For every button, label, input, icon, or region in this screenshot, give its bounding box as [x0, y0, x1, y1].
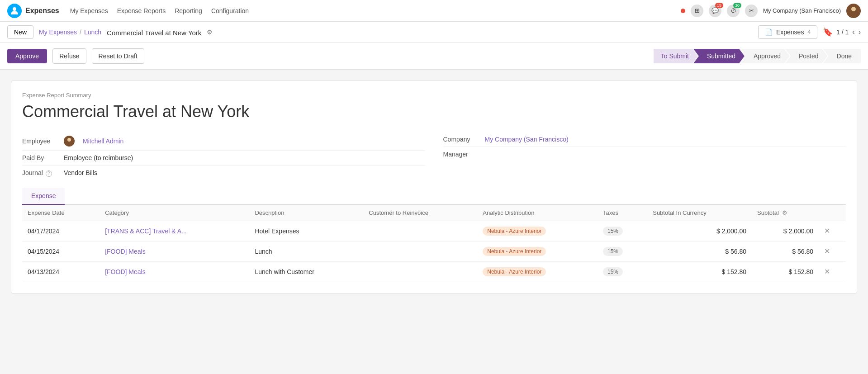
col-subtotal-settings-icon[interactable]: ⚙ — [782, 209, 787, 216]
status-step-to-submit: To Submit — [654, 49, 698, 63]
row1-category[interactable]: [TRANS & ACC] Travel & A... — [100, 221, 249, 241]
tab-expense[interactable]: Expense — [22, 188, 65, 205]
main-content: Expense Report Summary Commercial Travel… — [0, 70, 868, 374]
settings-gear-icon[interactable]: ⚙ — [207, 28, 213, 36]
user-avatar[interactable] — [846, 4, 861, 18]
pagination-text: 1 / 1 — [836, 28, 849, 36]
row2-customer — [363, 241, 477, 261]
left-fields: Employee Mitchell Admin Paid By Employee… — [22, 132, 425, 180]
row2-analytic-badge: Nebula - Azure Interior — [483, 247, 546, 256]
company-field-row: Company My Company (San Francisco) — [443, 132, 846, 147]
tabs: Expense — [22, 188, 846, 205]
top-right-icons: ⊞ 💬 15 ⏱ 30 ✂ My Company (San Francisco) — [681, 4, 861, 18]
table-row: 04/17/2024 [TRANS & ACC] Travel & A... H… — [22, 221, 846, 241]
form-fields: Employee Mitchell Admin Paid By Employee… — [22, 132, 846, 180]
app-logo[interactable]: Expenses — [7, 4, 59, 18]
row2-delete-icon[interactable]: ✕ — [824, 247, 830, 255]
nav-items: My Expenses Expense Reports Reporting Co… — [70, 5, 670, 16]
col-taxes: Taxes — [598, 205, 647, 221]
approve-button[interactable]: Approve — [7, 49, 47, 63]
expenses-label: Expenses — [776, 28, 804, 36]
row2-category[interactable]: [FOOD] Meals — [100, 241, 249, 261]
row3-tax-badge: 15% — [603, 267, 623, 276]
col-category: Category — [100, 205, 249, 221]
employee-field-row: Employee Mitchell Admin — [22, 132, 425, 151]
col-actions — [819, 205, 846, 221]
app-name: Expenses — [25, 7, 59, 15]
reset-to-draft-button[interactable]: Reset to Draft — [92, 48, 144, 64]
row1-description: Hotel Expenses — [249, 221, 363, 241]
breadcrumb: My Expenses / Lunch Commercial Travel at… — [39, 28, 753, 37]
svg-point-1 — [851, 7, 856, 11]
status-step-approved: Approved — [740, 49, 790, 63]
nav-expense-reports[interactable]: Expense Reports — [117, 5, 166, 16]
red-dot-indicator — [681, 9, 685, 13]
form-card: Expense Report Summary Commercial Travel… — [11, 80, 857, 294]
svg-point-2 — [67, 138, 71, 142]
breadcrumb-separator: / — [80, 28, 81, 36]
expenses-count: 4 — [807, 29, 811, 35]
expenses-icon: 📄 — [765, 28, 773, 36]
row1-analytic: Nebula - Azure Interior — [477, 221, 598, 241]
top-navigation: Expenses My Expenses Expense Reports Rep… — [0, 0, 868, 22]
form-subtitle: Expense Report Summary — [22, 92, 846, 99]
row3-category[interactable]: [FOOD] Meals — [100, 261, 249, 282]
scissors-icon[interactable]: ✂ — [745, 5, 758, 17]
status-steps: To Submit Submitted Approved Posted Done — [654, 49, 861, 63]
table-row: 04/13/2024 [FOOD] Meals Lunch with Custo… — [22, 261, 846, 282]
table-header-row: Expense Date Category Description Custom… — [22, 205, 846, 221]
employee-name[interactable]: Mitchell Admin — [83, 137, 123, 145]
company-label: Company — [443, 136, 479, 143]
company-value[interactable]: My Company (San Francisco) — [485, 136, 569, 143]
row1-subtotal: $ 2,000.00 — [752, 221, 819, 241]
chat-icon[interactable]: 💬 15 — [709, 5, 721, 17]
row3-subtotal: $ 152.80 — [752, 261, 819, 282]
journal-label: Journal ? — [22, 169, 58, 177]
status-step-done: Done — [823, 49, 861, 63]
expenses-button[interactable]: 📄 Expenses 4 — [758, 25, 817, 39]
new-button[interactable]: New — [7, 25, 33, 39]
row2-tax-badge: 15% — [603, 247, 623, 256]
row3-delete-icon[interactable]: ✕ — [824, 268, 830, 275]
nav-reporting[interactable]: Reporting — [175, 5, 202, 16]
refuse-button[interactable]: Refuse — [52, 48, 86, 64]
row2-subtotal-currency: $ 56.80 — [647, 241, 752, 261]
col-description: Description — [249, 205, 363, 221]
nav-my-expenses[interactable]: My Expenses — [70, 5, 108, 16]
breadcrumb-child[interactable]: Lunch — [84, 28, 101, 36]
company-name: My Company (San Francisco) — [763, 7, 841, 14]
row2-analytic: Nebula - Azure Interior — [477, 241, 598, 261]
bookmark-icon[interactable]: 🔖 — [823, 27, 833, 37]
right-fields: Company My Company (San Francisco) Manag… — [443, 132, 846, 180]
employee-label: Employee — [22, 137, 58, 145]
table-row: 04/15/2024 [FOOD] Meals Lunch Nebula - A… — [22, 241, 846, 261]
nav-configuration[interactable]: Configuration — [211, 5, 249, 16]
clock-icon[interactable]: ⏱ 30 — [727, 5, 740, 17]
page-title: Commercial Travel at New York — [107, 29, 201, 37]
status-step-submitted: Submitted — [693, 49, 745, 63]
manager-label: Manager — [443, 151, 479, 158]
grid-icon[interactable]: ⊞ — [691, 5, 703, 17]
row1-delete[interactable]: ✕ — [819, 221, 846, 241]
status-step-posted: Posted — [785, 49, 828, 63]
action-bar: New My Expenses / Lunch Commercial Trave… — [0, 22, 868, 43]
row3-description: Lunch with Customer — [249, 261, 363, 282]
col-subtotal-currency: Subtotal In Currency — [647, 205, 752, 221]
row3-customer — [363, 261, 477, 282]
breadcrumb-parent[interactable]: My Expenses — [39, 28, 77, 36]
chat-badge: 15 — [715, 3, 723, 8]
row3-delete[interactable]: ✕ — [819, 261, 846, 282]
row1-analytic-badge: Nebula - Azure Interior — [483, 227, 546, 236]
journal-help-icon[interactable]: ? — [46, 170, 52, 177]
row1-customer — [363, 221, 477, 241]
row3-subtotal-currency: $ 152.80 — [647, 261, 752, 282]
col-analytic: Analytic Distribution — [477, 205, 598, 221]
row1-delete-icon[interactable]: ✕ — [824, 227, 830, 235]
row2-delete[interactable]: ✕ — [819, 241, 846, 261]
next-page-button[interactable]: › — [859, 28, 861, 36]
pagination: 🔖 1 / 1 ‹ › — [823, 27, 861, 37]
prev-page-button[interactable]: ‹ — [852, 28, 854, 36]
row3-analytic: Nebula - Azure Interior — [477, 261, 598, 282]
paid-by-label: Paid By — [22, 154, 58, 161]
employee-avatar — [64, 136, 75, 147]
